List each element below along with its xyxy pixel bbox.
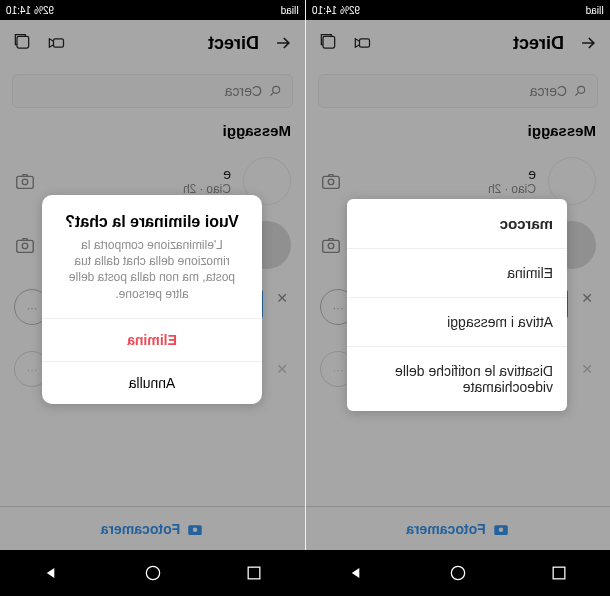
dialog-cancel-button[interactable]: Annulla [42, 361, 262, 404]
battery: 92% [340, 5, 360, 16]
action-sheet: marcoc Elimina Attiva i messaggi Disatti… [347, 199, 567, 411]
status-time: 14:10 [6, 5, 31, 16]
nav-back-icon[interactable] [346, 563, 366, 583]
status-time: 14:10 [312, 5, 337, 16]
nav-back-icon[interactable] [41, 563, 61, 583]
nav-recent-icon[interactable] [549, 563, 569, 583]
carrier: Iliad [281, 5, 299, 16]
sheet-item-delete[interactable]: Elimina [347, 249, 567, 298]
nav-recent-icon[interactable] [244, 563, 264, 583]
sheet-item-activate-msgs[interactable]: Attiva i messaggi [347, 298, 567, 347]
sheet-item-disable-video-notif[interactable]: Disattiva le notifiche delle videochiama… [347, 347, 567, 411]
confirm-dialog: Vuoi eliminare la chat? L'eliminazione c… [42, 195, 262, 404]
svg-point-21 [146, 566, 159, 579]
dialog-body: L'eliminazione comporta la rimozione del… [42, 237, 262, 318]
nav-home-icon[interactable] [143, 563, 163, 583]
dialog-title: Vuoi eliminare la chat? [42, 195, 262, 237]
nav-home-icon[interactable] [448, 563, 468, 583]
svg-point-19 [451, 566, 464, 579]
android-navbar [0, 550, 610, 596]
status-bar: Iliad 92%14:10 [0, 0, 305, 20]
svg-rect-18 [553, 567, 565, 579]
carrier: Iliad [586, 5, 604, 16]
sheet-title: marcoc [347, 199, 567, 249]
screen-right: Iliad 92%14:10 Direct Cerca Messaggi eCi… [0, 0, 305, 550]
screen-left: Iliad 92%14:10 Direct Cerca Messaggi eCi… [305, 0, 610, 550]
battery: 92% [34, 5, 54, 16]
svg-rect-20 [248, 567, 260, 579]
bottom-strip [0, 596, 610, 610]
dialog-confirm-button[interactable]: Elimina [42, 318, 262, 361]
status-bar: Iliad 92%14:10 [306, 0, 610, 20]
